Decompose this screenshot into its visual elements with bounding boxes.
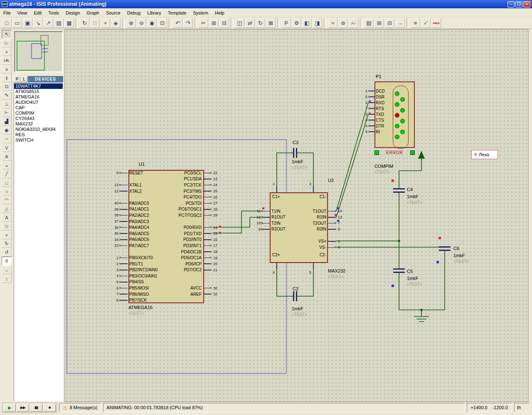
zoom-out-button[interactable]: ⊖ xyxy=(137,18,146,28)
device-item[interactable]: CY26443 xyxy=(14,116,63,121)
selection-mode-button[interactable]: ↖ xyxy=(2,30,12,39)
component-u1-atmega16[interactable]: U1 9 RESET xyxy=(112,162,236,319)
menu-library[interactable]: Library xyxy=(144,9,165,17)
component-c4-capacitor[interactable]: C4 1mkF <TEXT> xyxy=(387,177,429,206)
pick-devices-button[interactable]: P xyxy=(14,76,20,82)
toolbar-separator[interactable] xyxy=(406,18,409,28)
library-manage-button[interactable]: L xyxy=(21,76,27,82)
step-button[interactable]: ▶▶ xyxy=(17,404,29,412)
design-explorer-button[interactable]: ▤ xyxy=(364,18,374,28)
device-item[interactable]: COMPIM xyxy=(14,111,63,116)
toolbar-separator[interactable] xyxy=(76,18,78,28)
intersheet-terminal-mode-button[interactable]: ⊥ xyxy=(2,100,12,108)
block-move-button[interactable]: ⇄ xyxy=(245,18,255,28)
block-rotate-button[interactable]: ↻ xyxy=(256,18,265,28)
toggle-grid-button[interactable]: ∷ xyxy=(90,18,100,28)
v-mirror-button[interactable]: ↕ xyxy=(2,274,12,283)
component-c2-capacitor[interactable]: C2 1mkF <TEXT> xyxy=(287,284,320,319)
pick-device-button[interactable]: P xyxy=(281,18,291,28)
menu-edit[interactable]: Edit xyxy=(30,9,45,17)
import-section-button[interactable]: ↘ xyxy=(33,18,43,28)
tape-recorder-mode-button[interactable]: ◉ xyxy=(2,126,12,135)
buses-mode-button[interactable]: ‖ xyxy=(2,74,12,82)
menu-design[interactable]: Design xyxy=(62,9,83,17)
toolbar-separator[interactable] xyxy=(277,18,280,28)
device-item[interactable]: 10WATT4K7 xyxy=(14,83,63,89)
component-c3-capacitor[interactable]: C3 1mkF <TEXT> xyxy=(287,138,320,171)
wire-label-mode-button[interactable]: LBL xyxy=(2,56,12,65)
zoom-to-area-button[interactable]: ⊡ xyxy=(158,18,167,28)
redo-button[interactable]: ↷ xyxy=(183,18,193,28)
voltage-probe-mode-button[interactable]: V xyxy=(2,143,12,152)
block-copy-button[interactable]: ◫ xyxy=(235,18,244,28)
2d-line-mode-button[interactable]: ╱ xyxy=(2,169,12,178)
new-file-button[interactable]: □ xyxy=(2,18,12,28)
bill-of-materials-button[interactable]: ≡ xyxy=(411,18,420,28)
message-log-button[interactable]: ⚠ 8 Message(s) xyxy=(59,403,101,412)
device-pin-mode-button[interactable]: ⊢ xyxy=(2,108,12,117)
rotate-anticlockwise-button[interactable]: ↺ xyxy=(2,248,12,257)
component-mode-button[interactable]: ▷ xyxy=(2,39,12,47)
subcircuit-mode-button[interactable]: ⊡ xyxy=(2,82,12,91)
property-assignment-button[interactable]: A= xyxy=(349,18,358,28)
2d-marker-mode-button[interactable]: + xyxy=(2,231,12,239)
device-item[interactable]: SWITCH xyxy=(14,138,63,143)
copy-button[interactable]: ⊞ xyxy=(209,18,219,28)
instant-edit-mode-button[interactable]: ✎ xyxy=(2,91,12,100)
menu-template[interactable]: Template xyxy=(165,9,190,17)
center-at-cursor-button[interactable]: ◈ xyxy=(111,18,121,28)
2d-symbol-mode-button[interactable]: ◇ xyxy=(2,222,12,231)
virtual-instruments-mode-button[interactable]: ◒ xyxy=(2,161,12,169)
block-delete-button[interactable]: ⊠ xyxy=(266,18,276,28)
current-probe-mode-button[interactable]: A xyxy=(2,152,12,161)
component-u2-max232[interactable]: U2 C1+ C1- C2+ C2- 1 3 4 5 11 xyxy=(254,177,358,283)
netlist-to-ares-button[interactable]: ARES xyxy=(431,18,441,28)
wire-autorouter-button[interactable]: ≈ xyxy=(328,18,337,28)
2d-text-mode-button[interactable]: A xyxy=(2,213,12,222)
junction-dot-mode-button[interactable]: + xyxy=(2,47,12,56)
toolbar-separator[interactable] xyxy=(169,18,171,28)
zoom-all-button[interactable]: ◉ xyxy=(147,18,157,28)
toggle-false-origin-button[interactable]: + xyxy=(101,18,110,28)
cut-button[interactable]: ✂ xyxy=(199,18,208,28)
minimize-button[interactable]: – xyxy=(507,1,515,7)
stop-button[interactable]: ■ xyxy=(43,404,56,412)
mark-output-area-button[interactable]: ▦ xyxy=(64,18,74,28)
device-item[interactable]: MAX232 xyxy=(14,121,63,127)
annotation-label[interactable]: ✳ Леха xyxy=(471,150,498,159)
menu-debug[interactable]: Debug xyxy=(124,9,144,17)
menu-graph[interactable]: Graph xyxy=(83,9,103,17)
2d-arc-mode-button[interactable]: ◠ xyxy=(2,196,12,204)
schematic-canvas[interactable]: U1 9 RESET xyxy=(64,29,529,402)
zoom-in-button[interactable]: ⊕ xyxy=(126,18,136,28)
decompose-button[interactable]: ◨ xyxy=(313,18,322,28)
export-section-button[interactable]: ↗ xyxy=(44,18,53,28)
text-script-mode-button[interactable]: ≡ xyxy=(2,65,12,74)
device-item[interactable]: RES xyxy=(14,132,63,138)
maximize-button[interactable]: ❐ xyxy=(515,1,522,7)
rotation-angle-display[interactable]: 0 xyxy=(2,257,12,265)
generator-mode-button[interactable]: ∼ xyxy=(2,135,12,143)
refresh-display-button[interactable]: ↻ xyxy=(80,18,89,28)
pause-button[interactable]: ▮▮ xyxy=(30,404,42,412)
graph-mode-button[interactable]: ▟ xyxy=(2,117,12,126)
toolbar-separator[interactable] xyxy=(122,18,125,28)
search-tag-button[interactable]: ⊚ xyxy=(338,18,348,28)
menu-tools[interactable]: Tools xyxy=(45,9,62,17)
component-p1-compim[interactable]: P1 1 DCD 6 DSR xyxy=(358,73,441,183)
rotate-clockwise-button[interactable]: ↻ xyxy=(2,239,12,248)
device-item[interactable]: AT90S8515 xyxy=(14,89,63,94)
toolbar-separator[interactable] xyxy=(360,18,362,28)
close-button[interactable]: × xyxy=(523,1,530,7)
undo-button[interactable]: ↶ xyxy=(173,18,182,28)
packaging-tool-button[interactable]: ◧ xyxy=(302,18,312,28)
overview-minimap[interactable] xyxy=(14,31,63,72)
paste-button[interactable]: ⊟ xyxy=(219,18,229,28)
device-item[interactable]: NOKIA3310_48X84 xyxy=(14,127,63,132)
menu-system[interactable]: System xyxy=(190,9,212,17)
menu-view[interactable]: View xyxy=(14,9,31,17)
remove-sheet-button[interactable]: ⊟ xyxy=(385,18,394,28)
device-item[interactable]: CAP xyxy=(14,105,63,111)
device-item[interactable]: AUDIO4U7 xyxy=(14,100,63,105)
menu-help[interactable]: Help xyxy=(212,9,228,17)
